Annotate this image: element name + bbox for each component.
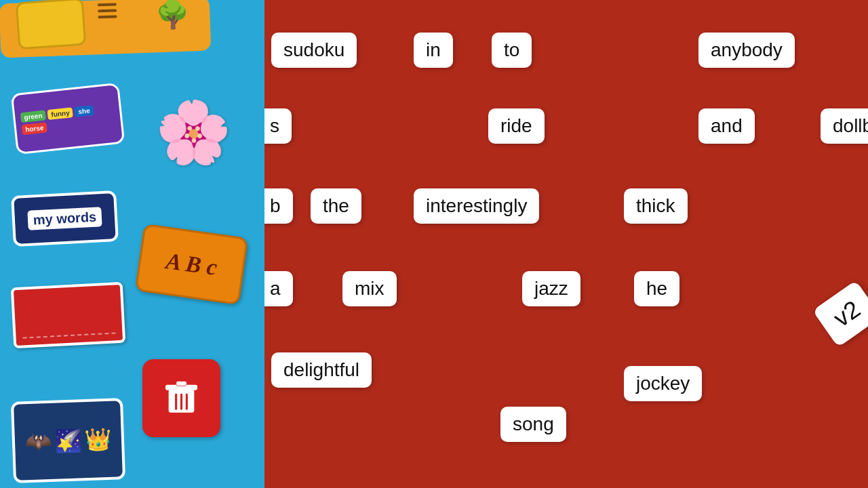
mywords-sticker[interactable]: my words (11, 190, 119, 247)
hamburger-menu[interactable] (98, 3, 117, 18)
funny-tag: funny (47, 107, 74, 120)
word-tile-interestingly[interactable]: interestingly (414, 188, 539, 224)
word-tile-ride[interactable]: ride (488, 108, 545, 144)
word-tile-jazz[interactable]: jazz (522, 271, 580, 306)
word-tile-to[interactable]: to (492, 33, 532, 68)
word-tile-sudoku[interactable]: sudoku (271, 33, 357, 68)
word-tile-jockey[interactable]: jockey (624, 366, 702, 401)
word-tile-dollb[interactable]: dollb (821, 108, 868, 144)
bat-icon: 🦇 (24, 428, 52, 455)
word-tile-anybody[interactable]: anybody (698, 33, 795, 68)
word-tile-b-partial[interactable]: b (264, 188, 293, 224)
shooting-star-icon: 🌠 (54, 427, 82, 453)
word-tile-in[interactable]: in (414, 33, 453, 68)
word-tile-delightful[interactable]: delightful (271, 352, 372, 388)
trash-icon (163, 380, 200, 417)
word-board: sudokuintoanybodysrideanddollbbtheintere… (264, 0, 868, 488)
word-tile-s-partial[interactable]: s (264, 108, 292, 144)
abc-sticker[interactable]: A B c (135, 224, 248, 306)
horse-tag: horse (22, 122, 48, 135)
rainbow-sticker[interactable]: 🌸 (142, 81, 244, 183)
tree-icon: 🌳 (155, 0, 191, 31)
mywords-label: my words (27, 207, 102, 230)
sidebar: 🌳 green funny she horse 🌸 my words A B c (0, 0, 264, 488)
abc-label: A B c (164, 248, 218, 281)
crown-icon: 👑 (84, 426, 112, 453)
stars-bat-sticker[interactable]: 🦇 🌠 👑 (11, 398, 125, 483)
word-tile-thick[interactable]: thick (624, 188, 688, 224)
word-tile-song[interactable]: song (500, 407, 566, 442)
word-tile-mix[interactable]: mix (342, 271, 397, 306)
trash-button[interactable] (142, 359, 220, 437)
word-tile-and[interactable]: and (698, 108, 755, 144)
green-tag: green (20, 110, 47, 123)
word-tile-he[interactable]: he (634, 271, 679, 306)
red-blank-sticker[interactable] (11, 282, 125, 349)
words-collage-sticker[interactable]: green funny she horse (11, 83, 125, 155)
yellow-square-sticker[interactable] (16, 0, 87, 49)
she-tag: she (75, 105, 94, 117)
svg-rect-3 (176, 381, 187, 386)
word-tile-a-partial[interactable]: a (264, 271, 293, 306)
word-tile-the[interactable]: the (311, 188, 361, 224)
rainbow-icon: 🌸 (155, 97, 231, 168)
word-tile-v2-rotated[interactable]: v2 (812, 281, 868, 348)
